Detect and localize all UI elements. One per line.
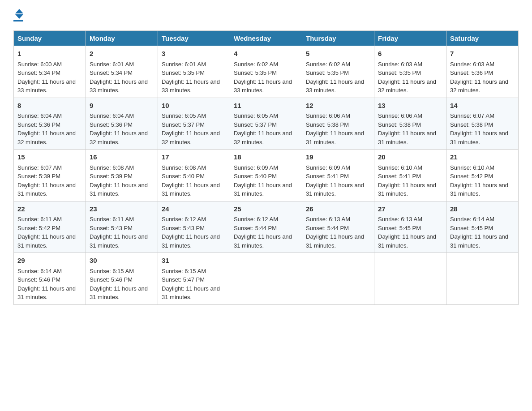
sunrise-label: Sunrise: 6:01 AM — [162, 61, 206, 68]
day-number: 16 — [90, 152, 154, 163]
calendar-cell: 14Sunrise: 6:07 AMSunset: 5:38 PMDayligh… — [446, 98, 519, 150]
calendar-cell: 24Sunrise: 6:12 AMSunset: 5:43 PMDayligh… — [158, 201, 230, 253]
day-number: 13 — [378, 101, 442, 111]
daylight-label: Daylight: 11 hours and 31 minutes. — [378, 233, 436, 249]
calendar-cell — [230, 253, 302, 305]
calendar-cell: 10Sunrise: 6:05 AMSunset: 5:37 PMDayligh… — [158, 98, 230, 150]
day-number: 8 — [17, 101, 82, 111]
calendar-cell: 12Sunrise: 6:06 AMSunset: 5:38 PMDayligh… — [302, 98, 374, 150]
calendar-cell: 11Sunrise: 6:05 AMSunset: 5:37 PMDayligh… — [230, 98, 302, 150]
daylight-label: Daylight: 11 hours and 31 minutes. — [378, 130, 436, 146]
daylight-label: Daylight: 11 hours and 31 minutes. — [306, 130, 364, 146]
day-number: 15 — [17, 152, 82, 163]
daylight-label: Daylight: 11 hours and 31 minutes. — [162, 233, 220, 249]
day-number: 28 — [450, 204, 515, 214]
sunrise-label: Sunrise: 6:15 AM — [162, 268, 206, 274]
calendar-cell: 19Sunrise: 6:09 AMSunset: 5:41 PMDayligh… — [302, 150, 374, 201]
calendar-cell: 27Sunrise: 6:13 AMSunset: 5:45 PMDayligh… — [374, 201, 446, 253]
header-monday: Monday — [86, 31, 158, 46]
calendar-cell: 15Sunrise: 6:07 AMSunset: 5:39 PMDayligh… — [14, 150, 86, 201]
sunset-label: Sunset: 5:34 PM — [90, 69, 133, 76]
day-number: 23 — [90, 204, 154, 214]
daylight-label: Daylight: 11 hours and 31 minutes. — [90, 182, 148, 197]
sunset-label: Sunset: 5:35 PM — [162, 69, 205, 76]
sunrise-label: Sunrise: 6:07 AM — [450, 112, 494, 119]
daylight-label: Daylight: 11 hours and 32 minutes. — [162, 130, 220, 146]
calendar-cell — [302, 253, 374, 305]
calendar-cell: 4Sunrise: 6:02 AMSunset: 5:35 PMDaylight… — [230, 46, 302, 98]
day-number: 4 — [234, 49, 298, 59]
calendar-cell: 30Sunrise: 6:15 AMSunset: 5:46 PMDayligh… — [86, 253, 158, 305]
week-row-1: 1Sunrise: 6:00 AMSunset: 5:34 PMDaylight… — [14, 46, 519, 98]
sunrise-label: Sunrise: 6:05 AM — [162, 112, 206, 119]
sunset-label: Sunset: 5:38 PM — [450, 121, 493, 128]
daylight-label: Daylight: 11 hours and 33 minutes. — [17, 78, 76, 94]
header-wednesday: Wednesday — [230, 31, 302, 46]
sunrise-label: Sunrise: 6:10 AM — [378, 164, 422, 171]
calendar-cell — [374, 253, 446, 305]
header-friday: Friday — [374, 31, 446, 46]
calendar-cell: 2Sunrise: 6:01 AMSunset: 5:34 PMDaylight… — [86, 46, 158, 98]
day-number: 24 — [162, 204, 226, 214]
calendar-table: SundayMondayTuesdayWednesdayThursdayFrid… — [13, 30, 519, 305]
sunrise-label: Sunrise: 6:03 AM — [378, 61, 422, 68]
sunrise-label: Sunrise: 6:00 AM — [17, 61, 62, 68]
daylight-label: Daylight: 11 hours and 31 minutes. — [162, 182, 220, 197]
daylight-label: Daylight: 11 hours and 31 minutes. — [90, 233, 148, 249]
day-number: 5 — [306, 49, 370, 59]
sunset-label: Sunset: 5:36 PM — [450, 69, 493, 76]
daylight-label: Daylight: 11 hours and 31 minutes. — [306, 182, 364, 197]
day-number: 29 — [17, 256, 82, 266]
sunset-label: Sunset: 5:35 PM — [234, 69, 277, 76]
sunset-label: Sunset: 5:47 PM — [162, 276, 205, 283]
week-row-2: 8Sunrise: 6:04 AMSunset: 5:36 PMDaylight… — [14, 98, 519, 150]
page-header — [13, 9, 519, 21]
header-saturday: Saturday — [446, 31, 519, 46]
sunrise-label: Sunrise: 6:04 AM — [90, 112, 134, 119]
daylight-label: Daylight: 11 hours and 31 minutes. — [450, 233, 508, 249]
sunrise-label: Sunrise: 6:08 AM — [162, 164, 206, 171]
calendar-cell — [446, 253, 519, 305]
sunset-label: Sunset: 5:45 PM — [378, 225, 421, 231]
sunrise-label: Sunrise: 6:08 AM — [90, 164, 134, 171]
calendar-cell: 25Sunrise: 6:12 AMSunset: 5:44 PMDayligh… — [230, 201, 302, 253]
day-number: 22 — [17, 204, 82, 214]
sunset-label: Sunset: 5:38 PM — [306, 121, 349, 128]
sunrise-label: Sunrise: 6:13 AM — [378, 216, 422, 223]
daylight-label: Daylight: 11 hours and 31 minutes. — [450, 182, 508, 197]
calendar-cell: 13Sunrise: 6:06 AMSunset: 5:38 PMDayligh… — [374, 98, 446, 150]
sunrise-label: Sunrise: 6:03 AM — [450, 61, 494, 68]
sunrise-label: Sunrise: 6:04 AM — [17, 112, 62, 119]
calendar-cell: 20Sunrise: 6:10 AMSunset: 5:41 PMDayligh… — [374, 150, 446, 201]
day-number: 17 — [162, 152, 226, 163]
day-number: 30 — [90, 256, 154, 266]
calendar-cell: 17Sunrise: 6:08 AMSunset: 5:40 PMDayligh… — [158, 150, 230, 201]
calendar-cell: 18Sunrise: 6:09 AMSunset: 5:40 PMDayligh… — [230, 150, 302, 201]
daylight-label: Daylight: 11 hours and 31 minutes. — [162, 285, 220, 301]
header-sunday: Sunday — [14, 31, 86, 46]
sunrise-label: Sunrise: 6:02 AM — [306, 61, 350, 68]
calendar-cell: 16Sunrise: 6:08 AMSunset: 5:39 PMDayligh… — [86, 150, 158, 201]
sunset-label: Sunset: 5:35 PM — [378, 69, 421, 76]
sunrise-label: Sunrise: 6:12 AM — [234, 216, 278, 223]
calendar-cell: 6Sunrise: 6:03 AMSunset: 5:35 PMDaylight… — [374, 46, 446, 98]
sunrise-label: Sunrise: 6:12 AM — [162, 216, 206, 223]
sunrise-label: Sunrise: 6:09 AM — [234, 164, 278, 171]
sunset-label: Sunset: 5:46 PM — [90, 276, 133, 283]
logo-underline — [13, 20, 23, 21]
day-number: 31 — [162, 256, 226, 266]
calendar-cell: 7Sunrise: 6:03 AMSunset: 5:36 PMDaylight… — [446, 46, 519, 98]
sunrise-label: Sunrise: 6:09 AM — [306, 164, 350, 171]
sunrise-label: Sunrise: 6:14 AM — [17, 268, 62, 274]
calendar-cell: 26Sunrise: 6:13 AMSunset: 5:44 PMDayligh… — [302, 201, 374, 253]
sunrise-label: Sunrise: 6:15 AM — [90, 268, 134, 274]
daylight-label: Daylight: 11 hours and 32 minutes. — [90, 130, 148, 146]
day-number: 6 — [378, 49, 442, 59]
day-number: 18 — [234, 152, 298, 163]
calendar-header-row: SundayMondayTuesdayWednesdayThursdayFrid… — [14, 31, 519, 46]
sunset-label: Sunset: 5:36 PM — [17, 121, 60, 128]
day-number: 7 — [450, 49, 515, 59]
daylight-label: Daylight: 11 hours and 31 minutes. — [17, 182, 76, 197]
day-number: 2 — [90, 49, 154, 59]
sunrise-label: Sunrise: 6:11 AM — [17, 216, 62, 223]
